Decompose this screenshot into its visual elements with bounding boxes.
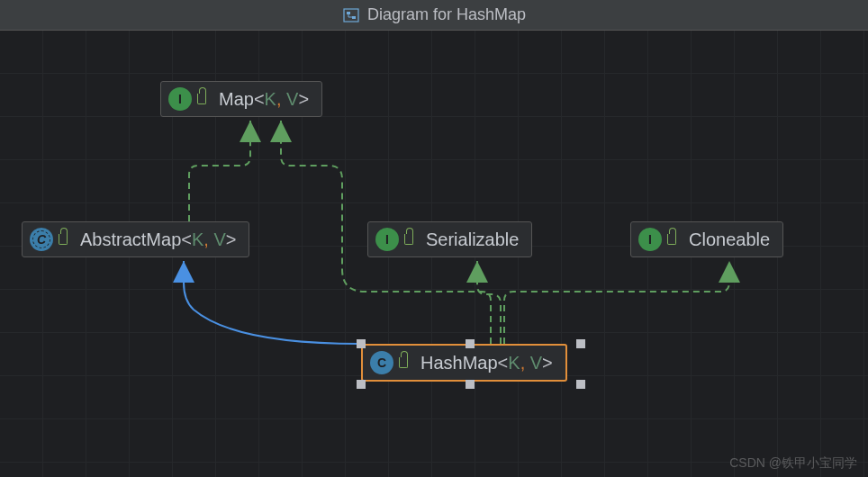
edge-hashmap-to-abstractmap	[184, 261, 360, 344]
node-map[interactable]: Map<K, V>	[160, 81, 322, 117]
resize-handle[interactable]	[576, 380, 585, 389]
edge-abstractmap-to-map	[189, 121, 250, 221]
interface-icon	[638, 228, 662, 251]
lock-icon	[399, 357, 408, 368]
node-hashmap[interactable]: HashMap<K, V>	[361, 344, 567, 382]
resize-handle[interactable]	[357, 380, 366, 389]
window-titlebar: Diagram for HashMap	[0, 0, 868, 31]
lock-icon	[667, 234, 676, 245]
node-cloneable[interactable]: Cloneable	[630, 221, 783, 257]
resize-handle[interactable]	[576, 339, 585, 348]
lock-icon	[59, 234, 68, 245]
watermark: CSDN @铁甲小宝同学	[729, 455, 857, 472]
resize-handle[interactable]	[466, 380, 475, 389]
resize-handle[interactable]	[466, 339, 475, 348]
window-title: Diagram for HashMap	[367, 5, 526, 24]
type-name: HashMap<K, V>	[420, 353, 553, 374]
type-name: Map<K, V>	[219, 89, 309, 110]
edge-hashmap-to-serializable	[477, 261, 501, 344]
diagram-icon	[342, 6, 360, 24]
node-abstractmap[interactable]: AbstractMap<K, V>	[22, 221, 249, 257]
abstract-class-icon	[30, 228, 53, 251]
svg-rect-0	[344, 9, 358, 22]
svg-rect-1	[347, 12, 350, 14]
edge-hashmap-to-cloneable	[504, 261, 729, 344]
type-name: AbstractMap<K, V>	[80, 230, 236, 250]
resize-handle[interactable]	[357, 339, 366, 348]
diagram-canvas[interactable]: Map<K, V> AbstractMap<K, V> Serializable…	[0, 31, 868, 477]
svg-rect-2	[352, 16, 356, 19]
interface-icon	[168, 87, 192, 111]
lock-icon	[197, 94, 206, 104]
type-name: Serializable	[426, 230, 519, 250]
lock-icon	[404, 234, 413, 245]
type-name: Cloneable	[689, 230, 770, 250]
interface-icon	[375, 228, 399, 251]
class-icon	[370, 351, 393, 374]
node-serializable[interactable]: Serializable	[367, 221, 532, 257]
